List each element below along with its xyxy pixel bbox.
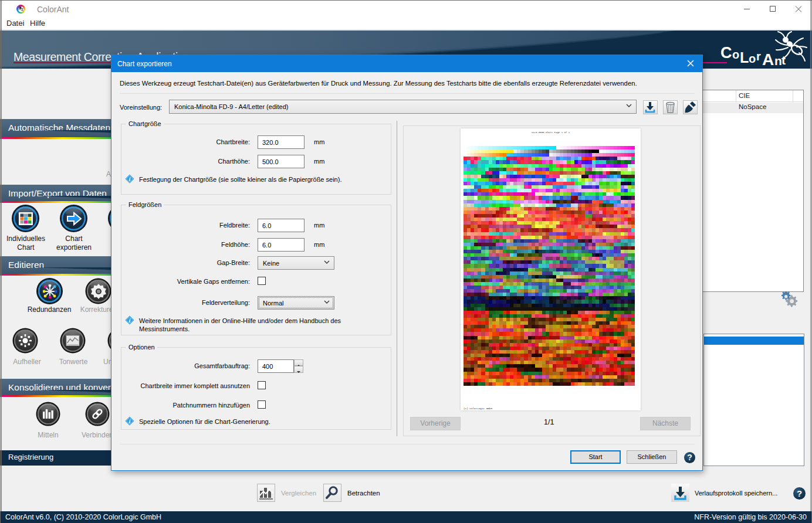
- svg-text:r: r: [756, 50, 761, 63]
- svg-text:A: A: [762, 50, 774, 67]
- svg-text:o: o: [749, 52, 756, 65]
- svg-text:o: o: [732, 48, 739, 61]
- svg-text:t: t: [781, 53, 786, 67]
- svg-text:C: C: [720, 44, 732, 62]
- svg-text:L: L: [740, 49, 749, 66]
- svg-text:n: n: [774, 54, 782, 67]
